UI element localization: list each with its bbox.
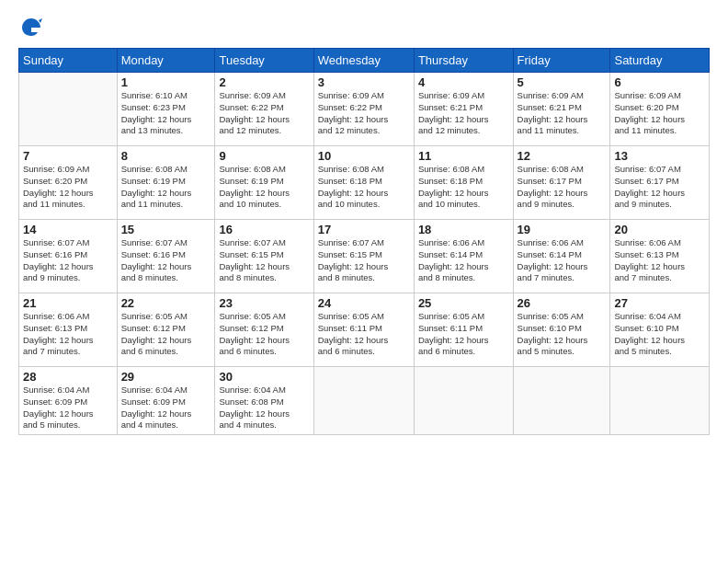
day-number: 7 [23,149,113,163]
day-cell: 30Sunrise: 6:04 AM Sunset: 6:08 PM Dayli… [215,367,313,435]
day-info: Sunrise: 6:06 AM Sunset: 6:13 PM Dayligh… [614,237,705,284]
day-number: 2 [219,75,309,89]
day-info: Sunrise: 6:04 AM Sunset: 6:08 PM Dayligh… [219,385,309,431]
day-info: Sunrise: 6:04 AM Sunset: 6:09 PM Dayligh… [23,385,113,431]
day-cell: 18Sunrise: 6:06 AM Sunset: 6:14 PM Dayli… [414,220,513,293]
day-number: 21 [23,296,113,310]
day-number: 12 [518,149,607,163]
day-cell: 8Sunrise: 6:08 AM Sunset: 6:19 PM Daylig… [117,146,215,220]
day-cell: 27Sunrise: 6:04 AM Sunset: 6:10 PM Dayli… [610,293,710,367]
day-number: 6 [614,75,705,89]
day-info: Sunrise: 6:08 AM Sunset: 6:17 PM Dayligh… [518,164,607,211]
day-info: Sunrise: 6:06 AM Sunset: 6:13 PM Dayligh… [23,311,113,358]
day-number: 14 [23,223,113,236]
day-cell: 22Sunrise: 6:05 AM Sunset: 6:12 PM Dayli… [117,293,215,367]
day-cell [610,367,710,435]
day-cell: 2Sunrise: 6:09 AM Sunset: 6:22 PM Daylig… [215,73,313,146]
col-header-friday: Friday [513,49,610,73]
day-info: Sunrise: 6:09 AM Sunset: 6:22 PM Dayligh… [219,90,309,137]
day-cell: 1Sunrise: 6:10 AM Sunset: 6:23 PM Daylig… [117,73,215,146]
page: SundayMondayTuesdayWednesdayThursdayFrid… [0,0,728,563]
day-cell: 9Sunrise: 6:08 AM Sunset: 6:19 PM Daylig… [215,146,313,220]
day-cell: 23Sunrise: 6:05 AM Sunset: 6:12 PM Dayli… [215,293,313,367]
day-number: 19 [518,223,607,236]
day-number: 10 [318,149,410,163]
week-row-3: 14Sunrise: 6:07 AM Sunset: 6:16 PM Dayli… [19,220,710,293]
day-info: Sunrise: 6:09 AM Sunset: 6:21 PM Dayligh… [518,90,607,137]
day-info: Sunrise: 6:09 AM Sunset: 6:22 PM Dayligh… [318,90,410,137]
day-info: Sunrise: 6:09 AM Sunset: 6:20 PM Dayligh… [23,164,113,211]
day-cell: 4Sunrise: 6:09 AM Sunset: 6:21 PM Daylig… [414,73,513,146]
day-info: Sunrise: 6:06 AM Sunset: 6:14 PM Dayligh… [418,237,509,284]
day-number: 1 [121,75,211,89]
day-cell: 13Sunrise: 6:07 AM Sunset: 6:17 PM Dayli… [610,146,710,220]
calendar: SundayMondayTuesdayWednesdayThursdayFrid… [18,48,710,435]
day-cell: 25Sunrise: 6:05 AM Sunset: 6:11 PM Dayli… [414,293,513,367]
day-number: 30 [219,370,309,384]
day-number: 24 [318,296,410,310]
day-cell: 14Sunrise: 6:07 AM Sunset: 6:16 PM Dayli… [19,220,118,293]
day-number: 18 [418,223,509,236]
day-cell: 10Sunrise: 6:08 AM Sunset: 6:18 PM Dayli… [313,146,414,220]
day-info: Sunrise: 6:05 AM Sunset: 6:11 PM Dayligh… [418,311,509,358]
header [18,15,710,40]
day-cell [414,367,513,435]
day-cell: 6Sunrise: 6:09 AM Sunset: 6:20 PM Daylig… [610,73,710,146]
day-cell [513,367,610,435]
day-number: 29 [121,370,211,384]
day-cell [19,73,118,146]
day-info: Sunrise: 6:07 AM Sunset: 6:15 PM Dayligh… [318,237,410,284]
day-info: Sunrise: 6:05 AM Sunset: 6:11 PM Dayligh… [318,311,410,358]
week-row-1: 1Sunrise: 6:10 AM Sunset: 6:23 PM Daylig… [19,73,710,146]
day-cell: 28Sunrise: 6:04 AM Sunset: 6:09 PM Dayli… [19,367,118,435]
day-info: Sunrise: 6:07 AM Sunset: 6:17 PM Dayligh… [614,164,705,211]
day-number: 13 [614,149,705,163]
day-info: Sunrise: 6:08 AM Sunset: 6:19 PM Dayligh… [121,164,211,211]
day-info: Sunrise: 6:05 AM Sunset: 6:10 PM Dayligh… [518,311,607,358]
col-header-tuesday: Tuesday [215,49,313,73]
week-row-4: 21Sunrise: 6:06 AM Sunset: 6:13 PM Dayli… [19,293,710,367]
day-cell: 29Sunrise: 6:04 AM Sunset: 6:09 PM Dayli… [117,367,215,435]
day-cell: 19Sunrise: 6:06 AM Sunset: 6:14 PM Dayli… [513,220,610,293]
col-header-monday: Monday [117,49,215,73]
col-header-wednesday: Wednesday [313,49,414,73]
logo [18,15,48,40]
day-cell: 24Sunrise: 6:05 AM Sunset: 6:11 PM Dayli… [313,293,414,367]
day-number: 20 [614,223,705,236]
day-number: 26 [518,296,607,310]
day-info: Sunrise: 6:05 AM Sunset: 6:12 PM Dayligh… [219,311,309,358]
col-header-saturday: Saturday [610,49,710,73]
day-number: 11 [418,149,509,163]
day-info: Sunrise: 6:04 AM Sunset: 6:10 PM Dayligh… [614,311,705,358]
day-cell: 26Sunrise: 6:05 AM Sunset: 6:10 PM Dayli… [513,293,610,367]
day-cell: 17Sunrise: 6:07 AM Sunset: 6:15 PM Dayli… [313,220,414,293]
day-number: 15 [121,223,211,236]
day-cell: 16Sunrise: 6:07 AM Sunset: 6:15 PM Dayli… [215,220,313,293]
day-info: Sunrise: 6:08 AM Sunset: 6:19 PM Dayligh… [219,164,309,211]
day-number: 9 [219,149,309,163]
day-number: 17 [318,223,410,236]
col-header-thursday: Thursday [414,49,513,73]
week-row-2: 7Sunrise: 6:09 AM Sunset: 6:20 PM Daylig… [19,146,710,220]
day-cell: 5Sunrise: 6:09 AM Sunset: 6:21 PM Daylig… [513,73,610,146]
day-info: Sunrise: 6:09 AM Sunset: 6:21 PM Dayligh… [418,90,509,137]
day-number: 23 [219,296,309,310]
day-number: 16 [219,223,309,236]
day-info: Sunrise: 6:09 AM Sunset: 6:20 PM Dayligh… [614,90,705,137]
day-info: Sunrise: 6:08 AM Sunset: 6:18 PM Dayligh… [418,164,509,211]
day-info: Sunrise: 6:07 AM Sunset: 6:15 PM Dayligh… [219,237,309,284]
day-cell: 11Sunrise: 6:08 AM Sunset: 6:18 PM Dayli… [414,146,513,220]
day-cell: 20Sunrise: 6:06 AM Sunset: 6:13 PM Dayli… [610,220,710,293]
day-cell: 7Sunrise: 6:09 AM Sunset: 6:20 PM Daylig… [19,146,118,220]
day-info: Sunrise: 6:04 AM Sunset: 6:09 PM Dayligh… [121,385,211,431]
day-cell: 21Sunrise: 6:06 AM Sunset: 6:13 PM Dayli… [19,293,118,367]
day-info: Sunrise: 6:08 AM Sunset: 6:18 PM Dayligh… [318,164,410,211]
day-number: 22 [121,296,211,310]
day-cell [313,367,414,435]
day-number: 25 [418,296,509,310]
day-info: Sunrise: 6:10 AM Sunset: 6:23 PM Dayligh… [121,90,211,137]
day-cell: 12Sunrise: 6:08 AM Sunset: 6:17 PM Dayli… [513,146,610,220]
day-info: Sunrise: 6:07 AM Sunset: 6:16 PM Dayligh… [23,237,113,284]
day-number: 3 [318,75,410,89]
day-number: 28 [23,370,113,384]
